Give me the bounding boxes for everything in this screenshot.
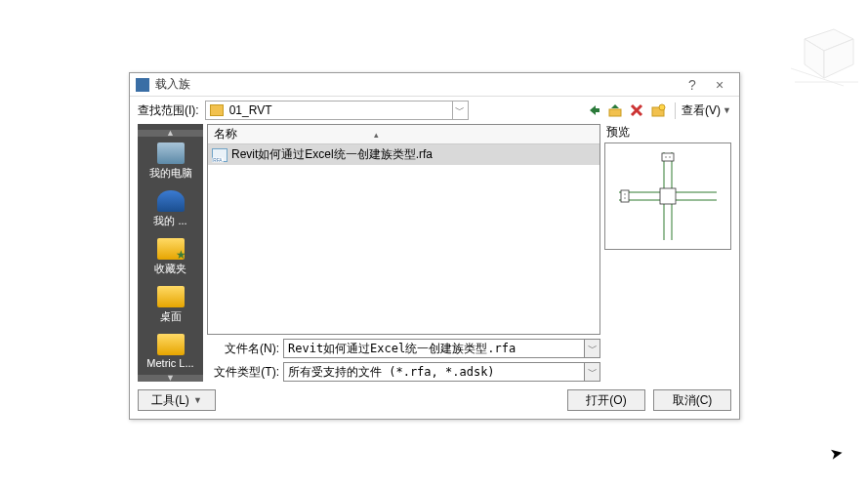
library-folder-icon [157, 334, 185, 355]
dialog-main: ▲ 我的电脑 我的 ... 收藏夹 桌面 Metric L... ▼ [130, 124, 739, 382]
lookin-folder-combo[interactable]: 01_RVT ﹀ [205, 101, 469, 120]
svg-point-18 [624, 193, 626, 195]
back-button[interactable] [585, 102, 602, 119]
places-scroll-down[interactable]: ▼ [138, 375, 203, 382]
filename-row: 文件名(N): Revit如何通过Excel统一创建族类型.rfa ﹀ [207, 339, 600, 358]
tools-label: 工具(L) [151, 392, 189, 409]
open-label: 打开(O) [586, 392, 626, 409]
place-label: 收藏夹 [154, 262, 186, 276]
filetype-select[interactable]: 所有受支持的文件 (*.rfa, *.adsk) [283, 362, 585, 382]
dialog-title: 载入族 [155, 76, 679, 93]
chevron-down-icon: ▼ [723, 105, 731, 115]
preview-thumbnail [604, 142, 731, 250]
place-label: 桌面 [160, 309, 182, 324]
nav-tool-icons: 查看(V) ▼ [585, 102, 731, 119]
places-bar: ▲ 我的电脑 我的 ... 收藏夹 桌面 Metric L... ▼ [138, 124, 203, 382]
place-metric-library[interactable]: Metric L... [138, 330, 203, 373]
chevron-down-icon[interactable]: ﹀ [585, 339, 600, 358]
place-desktop[interactable]: 桌面 [138, 282, 203, 328]
computer-icon [157, 142, 185, 164]
up-button[interactable] [606, 102, 624, 119]
rfa-file-icon [212, 148, 227, 162]
file-inputs: 文件名(N): Revit如何通过Excel统一创建族类型.rfa ﹀ 文件类型… [207, 339, 600, 382]
dialog-buttons: 工具(L) ▼ 打开(O) 取消(C) [130, 382, 739, 419]
open-button[interactable]: 打开(O) [567, 389, 645, 411]
sort-indicator-icon: ▴ [374, 130, 379, 140]
filename-combo[interactable]: Revit如何通过Excel统一创建族类型.rfa ﹀ [283, 339, 600, 358]
column-name-label: 名称 [214, 126, 237, 142]
cancel-button[interactable]: 取消(C) [653, 389, 731, 411]
place-label: 我的电脑 [149, 166, 192, 181]
preview-label: 预览 [606, 124, 731, 141]
svg-rect-14 [662, 153, 674, 161]
filename-label: 文件名(N): [207, 341, 279, 357]
mouse-cursor-icon: ➤ [828, 443, 844, 464]
favorites-icon [157, 238, 185, 260]
tools-menu-button[interactable]: 工具(L) ▼ [138, 389, 216, 411]
filetype-combo[interactable]: 所有受支持的文件 (*.rfa, *.adsk) ﹀ [283, 362, 600, 382]
svg-rect-6 [609, 109, 621, 116]
file-center: 名称 ▴ Revit如何通过Excel统一创建族类型.rfa 文件名(N): R… [207, 124, 600, 382]
viewcube-background [785, 10, 863, 88]
file-list[interactable]: Revit如何通过Excel统一创建族类型.rfa [208, 144, 599, 334]
place-label: 我的 ... [153, 214, 186, 228]
revit-app-icon [136, 78, 149, 92]
family-preview-drawing [609, 147, 726, 245]
place-label: Metric L... [146, 357, 193, 369]
filename-input[interactable]: Revit如何通过Excel统一创建族类型.rfa [283, 339, 585, 358]
filetype-label: 文件类型(T): [207, 364, 279, 381]
svg-point-19 [624, 197, 626, 199]
file-name: Revit如何通过Excel统一创建族类型.rfa [231, 146, 433, 163]
place-my-network[interactable]: 我的 ... [138, 186, 203, 232]
cancel-label: 取消(C) [673, 392, 713, 409]
chevron-down-icon[interactable]: ﹀ [452, 102, 468, 119]
file-row[interactable]: Revit如何通过Excel统一创建族类型.rfa [208, 144, 599, 165]
newfolder-button[interactable] [649, 102, 667, 119]
titlebar: 载入族 ? × [130, 73, 739, 97]
folder-icon [210, 104, 224, 116]
svg-point-17 [669, 156, 671, 158]
place-my-computer[interactable]: 我的电脑 [138, 139, 203, 184]
chevron-down-icon[interactable]: ﹀ [585, 362, 600, 382]
preview-panel: 预览 [604, 124, 731, 382]
chevron-down-icon: ▼ [193, 395, 202, 405]
load-family-dialog: 载入族 ? × 查找范围(I): 01_RVT ﹀ 查看(V) [129, 72, 740, 420]
svg-rect-15 [621, 190, 629, 202]
svg-rect-13 [660, 188, 676, 204]
help-button[interactable]: ? [679, 77, 706, 93]
lookin-label: 查找范围(I): [138, 102, 199, 119]
file-list-panel: 名称 ▴ Revit如何通过Excel统一创建族类型.rfa [207, 124, 600, 335]
lookin-toolbar: 查找范围(I): 01_RVT ﹀ 查看(V) ▼ [130, 97, 739, 124]
view-label: 查看(V) [682, 102, 721, 119]
network-icon [157, 190, 185, 212]
svg-point-16 [665, 156, 667, 158]
svg-point-8 [659, 104, 665, 110]
desktop-folder-icon [157, 286, 185, 307]
place-favorites[interactable]: 收藏夹 [138, 234, 203, 280]
view-menu-button[interactable]: 查看(V) ▼ [675, 102, 731, 119]
filetype-row: 文件类型(T): 所有受支持的文件 (*.rfa, *.adsk) ﹀ [207, 362, 600, 382]
delete-button[interactable] [628, 102, 645, 119]
lookin-folder-name: 01_RVT [227, 103, 452, 117]
close-button[interactable]: × [706, 77, 733, 93]
places-scroll-up[interactable]: ▲ [138, 130, 203, 137]
file-column-header[interactable]: 名称 ▴ [208, 125, 599, 144]
svg-rect-5 [595, 108, 599, 112]
